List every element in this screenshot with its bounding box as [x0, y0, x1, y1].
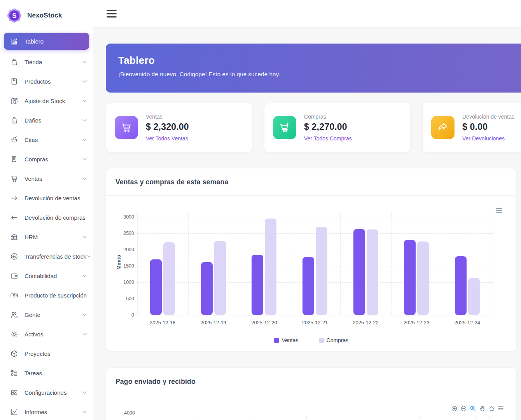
sidebar-item-devolucion-de-ventas[interactable]: Devolución de ventas: [0, 188, 93, 208]
sidebar-item-citas[interactable]: Citas: [0, 130, 93, 149]
stat-card-devolucion: Devolución de ventas $ 0.00 Ver Devoluci…: [422, 103, 521, 152]
hamburger-icon[interactable]: [107, 10, 117, 18]
x-axis-label: 2025-12-22: [353, 320, 379, 326]
sidebar-nav: TableroTiendaProductosAjuste de StockDañ…: [0, 26, 93, 420]
chevron-down-icon: [82, 313, 87, 316]
cart-icon: [10, 175, 18, 183]
sidebar-item-label: Tablero: [24, 38, 83, 45]
selection-zoom-icon[interactable]: [469, 404, 477, 412]
home-icon[interactable]: [488, 404, 495, 412]
legend-item-compras[interactable]: Compras: [319, 337, 349, 343]
gear-icon: [10, 330, 18, 338]
gridline: [363, 416, 363, 420]
stat-card-compras: Compras $ 2,270.00 Ver Todos Compras: [264, 103, 411, 152]
sidebar: S NexoStock TableroTiendaProductosAjuste…: [0, 0, 93, 420]
sidebar-item-informes[interactable]: Informes: [0, 402, 93, 420]
bar-compras-2025-12-23: [417, 242, 429, 315]
gridline: [442, 212, 442, 315]
bar-ventas-2025-12-20: [252, 255, 263, 315]
map-pencil-icon: [10, 97, 18, 105]
welcome-banner: Tablero ¡Bienvenido de nuevo, Codigope! …: [106, 44, 521, 93]
gridline: [137, 233, 493, 234]
chevron-down-icon: [87, 255, 91, 258]
sidebar-item-ventas[interactable]: Ventas: [0, 169, 93, 188]
weekly-chart: Monto 0500100015002000250030002025-12-18…: [106, 196, 516, 332]
undo-circle-icon: [10, 252, 18, 261]
sidebar-item-label: Devolución de compras: [24, 214, 87, 221]
shopping-bag-icon: [10, 58, 18, 66]
package-icon: [10, 350, 18, 358]
sidebar-item-proyectos[interactable]: Proyectos: [0, 344, 93, 363]
stat-value: $ 2,270.00: [304, 122, 352, 132]
view-all-sales-link[interactable]: Ver Todos Ventas: [146, 135, 189, 142]
sidebar-item-tienda[interactable]: Tienda: [0, 52, 93, 72]
basket-check-icon: [10, 136, 18, 144]
chevron-down-icon: [82, 411, 87, 413]
legend-item-ventas[interactable]: Ventas: [274, 337, 299, 343]
pan-icon[interactable]: [478, 404, 486, 412]
sidebar-item-danos[interactable]: Daños: [0, 110, 93, 130]
sidebar-item-label: Ventas: [24, 175, 82, 182]
sidebar-item-hrm[interactable]: HRM: [0, 227, 93, 247]
chart-menu-icon[interactable]: [496, 208, 502, 214]
sidebar-item-label: Configuraciones: [24, 389, 82, 396]
sidebar-item-gente[interactable]: Gente: [0, 305, 93, 324]
stat-label: Devolución de ventas: [462, 114, 514, 120]
y-axis-tick: 4000: [115, 410, 135, 416]
y-axis-tick: 1500: [115, 263, 134, 269]
chevron-down-icon: [82, 100, 87, 102]
sidebar-item-activos[interactable]: Activos: [0, 324, 93, 344]
sidebar-item-devolucion-de-compras[interactable]: Devolución de compras: [0, 208, 93, 227]
sidebar-item-compras[interactable]: Compras: [0, 149, 93, 169]
gridline: [137, 282, 493, 283]
page-title: Tablero: [118, 54, 521, 66]
chart-legend: VentasCompras: [106, 332, 516, 343]
payments-chart-card: Pago enviado y recibido 4000: [106, 368, 517, 420]
zoom-out-icon[interactable]: [460, 404, 467, 412]
sidebar-item-contabilidad[interactable]: Contabilidad: [0, 266, 93, 285]
weekly-chart-plot: 0500100015002000250030002025-12-182025-1…: [137, 212, 493, 315]
gridline: [419, 416, 420, 420]
bar-compras-2025-12-18: [163, 242, 175, 315]
app-logo: S: [7, 8, 22, 23]
stat-label: Ventas: [146, 114, 189, 120]
x-axis-label: 2025-12-20: [251, 320, 277, 326]
menu-icon[interactable]: [497, 404, 505, 412]
legend-marker: [274, 338, 279, 343]
gridline: [489, 416, 490, 420]
sidebar-item-tareas[interactable]: Tareas: [0, 363, 93, 383]
sidebar-item-label: Tareas: [24, 370, 87, 376]
view-returns-link[interactable]: Ver Devoluciones: [462, 135, 514, 142]
y-axis-tick: 2000: [115, 247, 134, 252]
gridline: [239, 212, 239, 315]
view-all-purchases-link[interactable]: Ver Todos Compras: [304, 135, 352, 142]
sidebar-item-label: Contabilidad: [24, 273, 82, 279]
sidebar-item-productos[interactable]: Productos: [0, 72, 93, 91]
sidebar-item-ajuste-de-stock[interactable]: Ajuste de Stock: [0, 91, 93, 110]
sidebar-item-producto-de-suscripcion[interactable]: Producto de suscripción: [0, 285, 93, 305]
receipt-icon: [10, 155, 18, 163]
bar-compras-2025-12-19: [214, 241, 226, 315]
chevron-down-icon: [82, 158, 87, 161]
legend-label: Ventas: [282, 337, 299, 343]
welcome-message: ¡Bienvenido de nuevo, Codigope! Esto es …: [118, 71, 521, 77]
sidebar-item-label: Transferencias de stock: [24, 253, 86, 260]
chevron-down-icon: [82, 61, 87, 63]
sidebar-item-tablero[interactable]: Tablero: [4, 33, 89, 50]
sidebar-item-label: Daños: [24, 117, 82, 124]
sidebar-item-transferencias-de-stock[interactable]: Transferencias de stock: [0, 247, 93, 266]
bar-ventas-2025-12-21: [302, 257, 314, 315]
bank-icon: [10, 233, 18, 241]
brand-header[interactable]: S NexoStock: [0, 0, 93, 26]
sidebar-item-label: Informes: [24, 409, 82, 415]
arrow-right-icon: [10, 194, 18, 202]
cart-plus-icon: [273, 116, 296, 139]
x-axis-line: [137, 315, 493, 315]
bar-ventas-2025-12-19: [201, 262, 213, 315]
sidebar-item-configuraciones[interactable]: Configuraciones: [0, 383, 93, 402]
stat-label: Compras: [304, 114, 352, 120]
chevron-down-icon: [82, 80, 87, 83]
payments-chart: 4000: [106, 395, 516, 420]
share-arrow-icon: [431, 116, 455, 139]
zoom-in-icon[interactable]: [450, 404, 458, 412]
